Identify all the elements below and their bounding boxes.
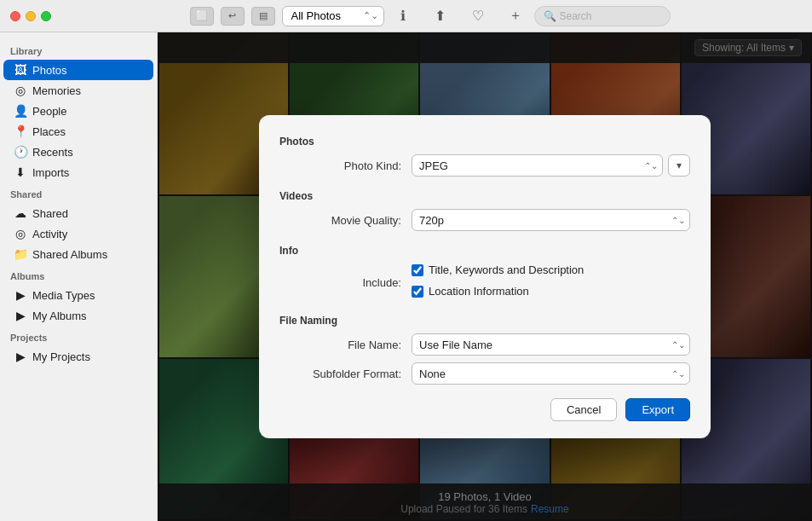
sidebar-item-my-projects[interactable]: ▶ My Projects <box>3 346 153 367</box>
movie-quality-select-wrapper: 720p 1080p 4K Original ⌃⌄ <box>412 209 690 231</box>
sidebar: Library 🖼 Photos ◎ Memories 👤 People 📍 P… <box>0 32 158 521</box>
photo-kind-select[interactable]: JPEG PNG TIFF Original <box>412 154 663 177</box>
search-icon: 🔍 <box>544 10 556 22</box>
include-location-row: Location Information <box>412 285 529 298</box>
include-title-row: Title, Keywords and Description <box>412 263 584 276</box>
include-location-checkbox[interactable] <box>412 286 423 298</box>
recents-icon: 🕐 <box>14 145 27 159</box>
share-button[interactable]: ⬆ <box>429 4 452 28</box>
sidebar-item-places[interactable]: 📍 Places <box>3 121 153 142</box>
sidebar-item-memories[interactable]: ◎ Memories <box>3 80 153 101</box>
photos-section-title: Photos <box>279 136 690 148</box>
titlebar: ⬜ ↩ ▤ All Photos ⌃⌄ ℹ ⬆ ♡ ＋ 🔍 Search <box>0 0 812 32</box>
add-to-button[interactable]: ＋ <box>504 4 527 28</box>
subfolder-label: Subfolder Format: <box>279 368 412 380</box>
subfolder-select[interactable]: None By Date By Event <box>412 362 690 385</box>
places-icon: 📍 <box>14 124 27 138</box>
disclosure-icon: ▶ <box>14 288 27 302</box>
include-row: Include: Title, Keywords and Description… <box>279 263 690 301</box>
shared-section-header: Shared <box>0 182 157 203</box>
imports-icon: ⬇ <box>14 165 27 179</box>
sidebar-item-people[interactable]: 👤 People <box>3 101 153 121</box>
sidebar-toggle[interactable]: ⬜ <box>190 7 214 26</box>
movie-quality-select[interactable]: 720p 1080p 4K Original <box>412 209 690 231</box>
subfolder-control: None By Date By Event ⌃⌄ <box>412 362 690 385</box>
content-area: Showing: All Items ▾ 19 Photos, 1 Video … <box>158 32 812 521</box>
albums-section-header: Albums <box>0 264 157 285</box>
movie-quality-row: Movie Quality: 720p 1080p 4K Original ⌃⌄ <box>279 209 690 231</box>
photo-kind-select-wrapper: JPEG PNG TIFF Original ⌃⌄ <box>412 154 663 177</box>
sidebar-item-shared[interactable]: ☁ Shared <box>3 203 153 223</box>
videos-section-title: Videos <box>279 190 690 202</box>
sidebar-item-activity[interactable]: ◎ Activity <box>3 223 153 244</box>
sidebar-item-media-types[interactable]: ▶ Media Types <box>3 285 153 305</box>
include-control: Title, Keywords and Description Location… <box>412 263 690 301</box>
titlebar-center: ⬜ ↩ ▤ All Photos ⌃⌄ ℹ ⬆ ♡ ＋ 🔍 Search <box>58 4 802 28</box>
photos-filter-dropdown[interactable]: All Photos ⌃⌄ <box>282 6 384 26</box>
activity-icon: ◎ <box>14 227 27 240</box>
file-name-select[interactable]: Use File Name Sequential Custom <box>412 333 690 356</box>
photos-icon: 🖼 <box>14 63 27 77</box>
sidebar-item-recents[interactable]: 🕐 Recents <box>3 142 153 162</box>
minimize-button[interactable] <box>26 11 36 21</box>
subfolder-select-wrapper: None By Date By Event ⌃⌄ <box>412 362 690 385</box>
info-button[interactable]: ℹ <box>391 4 415 28</box>
movie-quality-label: Movie Quality: <box>279 214 412 227</box>
sidebar-item-imports[interactable]: ⬇ Imports <box>3 162 153 182</box>
include-location-label: Location Information <box>429 285 529 298</box>
file-naming-section-title: File Naming <box>279 315 690 327</box>
cancel-button[interactable]: Cancel <box>550 398 617 421</box>
movie-quality-control: 720p 1080p 4K Original ⌃⌄ <box>412 209 690 231</box>
sidebar-item-shared-albums[interactable]: 📁 Shared Albums <box>3 244 153 264</box>
file-name-row: File Name: Use File Name Sequential Cust… <box>279 333 690 356</box>
file-name-control: Use File Name Sequential Custom ⌃⌄ <box>412 333 690 356</box>
shared-albums-icon: 📁 <box>14 247 27 261</box>
projects-disclosure-icon: ▶ <box>14 350 27 363</box>
photo-kind-row: Photo Kind: JPEG PNG TIFF Original ⌃⌄ ▾ <box>279 154 690 177</box>
timeline-view[interactable]: ▤ <box>251 7 275 26</box>
sidebar-item-my-albums[interactable]: ▶ My Albums <box>3 305 153 326</box>
close-button[interactable] <box>10 11 20 21</box>
sidebar-item-photos[interactable]: 🖼 Photos <box>3 60 153 80</box>
photo-kind-label: Photo Kind: <box>279 159 412 172</box>
library-section-header: Library <box>0 39 157 60</box>
photo-kind-control: JPEG PNG TIFF Original ⌃⌄ ▾ <box>412 154 690 177</box>
maximize-button[interactable] <box>41 11 51 21</box>
shared-icon: ☁ <box>14 206 27 220</box>
subfolder-row: Subfolder Format: None By Date By Event … <box>279 362 690 385</box>
photo-kind-extra-button[interactable]: ▾ <box>668 154 690 177</box>
projects-section-header: Projects <box>0 326 157 346</box>
dialog-buttons: Cancel Export <box>279 398 690 421</box>
include-title-checkbox[interactable] <box>412 264 423 276</box>
dropdown-arrow-icon: ⌃⌄ <box>363 10 378 21</box>
people-icon: 👤 <box>14 104 27 118</box>
main-layout: Library 🖼 Photos ◎ Memories 👤 People 📍 P… <box>0 32 812 521</box>
export-button[interactable]: Export <box>625 398 690 421</box>
favorite-button[interactable]: ♡ <box>466 4 490 28</box>
disclosure-icon-2: ▶ <box>14 309 27 322</box>
include-label: Include: <box>279 276 412 289</box>
file-name-select-wrapper: Use File Name Sequential Custom ⌃⌄ <box>412 333 690 356</box>
export-dialog: Photos Photo Kind: JPEG PNG TIFF Origina… <box>259 115 711 438</box>
search-box[interactable]: 🔍 Search <box>534 6 671 26</box>
modal-overlay: Photos Photo Kind: JPEG PNG TIFF Origina… <box>158 32 812 521</box>
file-name-label: File Name: <box>279 339 412 351</box>
memories-icon: ◎ <box>14 84 27 97</box>
rotate-left[interactable]: ↩ <box>221 7 245 26</box>
titlebar-actions: ℹ ⬆ ♡ ＋ <box>391 4 527 28</box>
traffic-lights <box>10 11 51 21</box>
info-section-title: Info <box>279 245 690 257</box>
include-title-label: Title, Keywords and Description <box>429 263 584 276</box>
